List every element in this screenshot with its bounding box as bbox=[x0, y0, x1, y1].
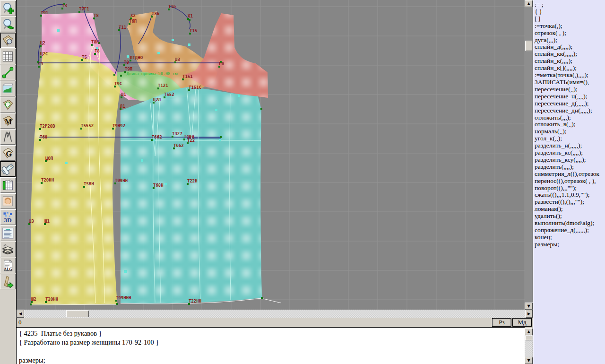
command-item[interactable]: пересечение_дн(,,,,,); bbox=[535, 107, 605, 114]
point-label: Т22 bbox=[187, 138, 195, 143]
scroll-down-icon[interactable]: ▼ bbox=[525, 357, 533, 364]
zoom-out-tool[interactable] bbox=[0, 17, 16, 32]
status-value: 0 bbox=[18, 319, 22, 326]
editor-vertical-scrollbar[interactable]: ▲ ▼ bbox=[525, 328, 533, 364]
point-label: ПТДНО bbox=[130, 55, 143, 60]
zoom-in-tool[interactable] bbox=[0, 0, 16, 16]
grazia-g-tool-icon: G bbox=[1, 147, 14, 159]
point-label: Ц2Л bbox=[153, 97, 161, 102]
text-list-tool[interactable] bbox=[0, 225, 16, 241]
command-item[interactable]: пересечение(,,); bbox=[535, 86, 605, 93]
view-3d-tool-icon: 3D bbox=[1, 211, 14, 224]
canvas-horizontal-scrollbar[interactable]: ◀ ▶ bbox=[17, 310, 533, 318]
point-label: Т8 bbox=[94, 13, 99, 18]
command-item[interactable]: отрезок( , ); bbox=[535, 30, 605, 37]
command-item[interactable]: отложить_в(,,); bbox=[535, 121, 605, 128]
command-item[interactable]: ЗАПИСАТЬ(имя=(), bbox=[535, 79, 605, 86]
model-photo-tool[interactable] bbox=[0, 193, 16, 209]
pattern-canvas[interactable]: Т91Т3Т7Г1Т8Т11Х2Т6ПТ86Т16Х1Т15Ц2Т8НЦ2СТ5… bbox=[17, 0, 525, 310]
clear-broom-tool-icon bbox=[1, 275, 14, 288]
point-label: Т68Н bbox=[153, 183, 164, 188]
command-item[interactable]: :=метка(точка(,),,,,); bbox=[535, 72, 605, 79]
scroll-up-icon[interactable]: ▲ bbox=[525, 328, 533, 335]
command-item[interactable]: сопряжение_д(,,,,,,); bbox=[535, 227, 605, 234]
segment-tool[interactable] bbox=[0, 65, 16, 80]
canvas-vscroll-thumb[interactable] bbox=[525, 41, 532, 51]
point-label: Х1 bbox=[188, 14, 193, 18]
scroll-right-icon[interactable]: ▶ bbox=[525, 310, 533, 318]
command-item[interactable]: сплайн_к[](,,,,); bbox=[535, 65, 605, 72]
command-item[interactable]: разделить(,,,,); bbox=[535, 164, 605, 171]
point-label: Т9П bbox=[125, 67, 132, 71]
point-label: Т427 bbox=[172, 131, 182, 136]
command-item[interactable]: удалить(); bbox=[535, 213, 605, 220]
command-item[interactable]: [ ] bbox=[535, 16, 605, 23]
command-item[interactable]: { } bbox=[535, 9, 605, 16]
canvas-vertical-scrollbar[interactable]: ▲ ▼ bbox=[525, 0, 533, 310]
scroll-up-icon[interactable]: ▲ bbox=[525, 0, 533, 7]
command-item[interactable]: развести((),(),,,""); bbox=[535, 199, 605, 206]
command-item[interactable]: симметрия_л((),отрезок bbox=[535, 171, 605, 178]
algorithm-editor-text[interactable]: { 4235 Платье без рукавов } { Разработан… bbox=[17, 328, 525, 364]
compass-tool[interactable] bbox=[0, 129, 16, 145]
command-item[interactable]: отложить(,,,); bbox=[535, 114, 605, 121]
compass-tool-icon bbox=[1, 130, 14, 143]
picture-tool[interactable] bbox=[0, 81, 16, 96]
algorithm-doc-tool-icon: ALG bbox=[1, 259, 14, 272]
command-item[interactable]: выполнить(dmod\alg); bbox=[535, 220, 605, 227]
point-label: Т11 bbox=[119, 25, 126, 30]
point-label: Т22НН bbox=[189, 299, 201, 303]
pattern-piece-tool[interactable] bbox=[0, 97, 16, 113]
editor-vscroll-thumb[interactable] bbox=[525, 336, 532, 340]
size-table-tool-icon bbox=[1, 179, 14, 191]
clear-broom-tool[interactable] bbox=[0, 274, 16, 289]
command-item[interactable]: разделить_кс(,,,,); bbox=[535, 149, 605, 156]
command-item[interactable]: размеры; bbox=[535, 241, 605, 248]
rz-button[interactable]: Рз bbox=[492, 318, 511, 327]
command-item[interactable]: сплайн_к(,,,,); bbox=[535, 58, 605, 65]
point-label: Ш2 bbox=[31, 297, 36, 302]
command-item[interactable]: разделить_ксу(,,,,); bbox=[535, 156, 605, 164]
md-button[interactable]: Мд bbox=[512, 318, 532, 327]
canvas-hscroll-thumb[interactable] bbox=[66, 310, 89, 317]
command-item[interactable]: перенос((),отрезок( , ), bbox=[535, 178, 605, 185]
view-3d-tool[interactable]: 3D bbox=[0, 209, 16, 225]
size-table-tool[interactable] bbox=[0, 177, 16, 193]
command-item[interactable]: пересечение_д(,,,,,); bbox=[535, 100, 605, 107]
point-label: Т662 bbox=[173, 143, 184, 148]
command-item[interactable]: дуга(,,,); bbox=[535, 37, 605, 44]
point-label: Ш1 bbox=[121, 92, 126, 97]
command-item[interactable]: поворот((),,,""); bbox=[535, 185, 605, 192]
archive-books-tool[interactable] bbox=[0, 242, 16, 257]
point-label: Т86 bbox=[152, 11, 159, 16]
command-item[interactable]: := ; bbox=[535, 1, 605, 9]
text-list-tool-icon bbox=[1, 227, 14, 240]
drafting-tools[interactable]: 78 bbox=[0, 161, 16, 177]
command-item[interactable]: нормаль(,,); bbox=[535, 128, 605, 135]
point-label: Т60 bbox=[40, 135, 47, 139]
command-item[interactable]: конец; bbox=[535, 234, 605, 241]
point-label: Т5ВН bbox=[84, 182, 94, 186]
command-item[interactable]: угол_к(,,); bbox=[535, 135, 605, 142]
grazia-g-tool[interactable]: G bbox=[0, 145, 16, 161]
grid-tool[interactable] bbox=[0, 49, 16, 64]
command-item[interactable]: разделить_н(,,,,,); bbox=[535, 142, 605, 149]
command-item[interactable]: сплайн_д(,,,,); bbox=[535, 43, 605, 51]
pattern-drawing[interactable]: Т91Т3Т7Г1Т8Т11Х2Т6ПТ86Т16Х1Т15Ц2Т8НЦ2СТ5… bbox=[17, 0, 525, 310]
command-item[interactable]: пересечение_н(,,,,); bbox=[535, 93, 605, 100]
scroll-left-icon[interactable]: ◀ bbox=[17, 310, 24, 318]
algorithm-doc-tool[interactable]: ALG bbox=[0, 258, 16, 273]
point-label: Т20НН bbox=[41, 178, 54, 182]
pattern-m-tool[interactable]: M bbox=[0, 113, 16, 129]
algorithm-editor[interactable]: { 4235 Платье без рукавов } { Разработан… bbox=[17, 327, 525, 364]
point-label: Г1 bbox=[38, 61, 43, 66]
scroll-down-icon[interactable]: ▼ bbox=[525, 303, 533, 310]
point-label: Т662 bbox=[152, 135, 162, 139]
view-pattern-tool[interactable] bbox=[0, 33, 16, 48]
command-item[interactable]: сжать((),,,1.1,0.9,""); bbox=[535, 191, 605, 199]
point-label: Ш3 bbox=[175, 57, 180, 62]
command-item[interactable]: :=точка(,); bbox=[535, 23, 605, 30]
command-item[interactable]: ломаная(); bbox=[535, 206, 605, 213]
command-item[interactable]: сплайн_кк(,,,,,); bbox=[535, 51, 605, 58]
pattern-m-tool-icon: M bbox=[1, 114, 14, 127]
